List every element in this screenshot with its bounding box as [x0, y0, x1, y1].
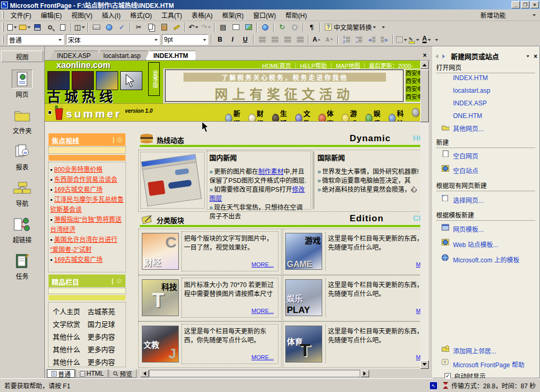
scrollbar-thumb[interactable] [420, 70, 429, 122]
align-center-button[interactable] [269, 34, 281, 45]
pane-menu-arrow-icon[interactable] [526, 55, 529, 59]
nav-tech[interactable]: 科技 [389, 108, 407, 122]
focus-link[interactable]: ▪ 东西部合作贸易洽谈会 [50, 175, 124, 185]
justify-button[interactable] [294, 34, 306, 45]
focus-link[interactable]: ▪ 169古城交易广场 [50, 255, 124, 265]
publish-button[interactable] [57, 22, 69, 33]
featured-link[interactable]: 其他什么 [53, 344, 88, 356]
view-navigation[interactable]: 导航 [0, 179, 44, 208]
more-link[interactable]: MORE... [252, 354, 274, 360]
bullet-list-button[interactable]: •• [353, 34, 365, 45]
scroll-down-button[interactable] [420, 360, 429, 369]
page-edit-canvas[interactable]: xaonline.com 夏季版 古城热线 HOME首页 ｜ HELP帮助 ｜ … [45, 61, 420, 369]
menu-view[interactable]: 视图(V) [66, 9, 97, 21]
more-link[interactable]: MORE... [416, 308, 420, 314]
view-page[interactable]: 网页 [0, 70, 44, 99]
pane-splitter[interactable] [430, 46, 432, 378]
stop-button[interactable]: × [289, 22, 301, 33]
highlight-button[interactable]: ✎ [408, 34, 420, 45]
insert-table-button[interactable] [230, 22, 242, 33]
tab-normal-view[interactable]: 普通 [47, 369, 75, 378]
tab-localstart-asp[interactable]: localstart.asp [95, 51, 149, 60]
focus-link[interactable]: ▪ 800业务特惠价格 [50, 165, 124, 175]
font-combo[interactable]: 宋体 [66, 34, 160, 45]
featured-link[interactable]: 文学欣赏 [53, 318, 88, 331]
menu-window[interactable]: 窗口(W) [248, 9, 281, 21]
hyperlink-button[interactable] [259, 22, 271, 33]
save-button[interactable] [32, 22, 43, 33]
menu-file[interactable]: 文件(F) [6, 9, 36, 21]
featured-link[interactable]: 国力足球 [88, 318, 115, 331]
featured-link[interactable]: 个人主页 [53, 306, 88, 318]
sports-tile[interactable]: 体育 T [285, 326, 322, 362]
paste-button[interactable] [158, 22, 170, 33]
horizontal-scrollbar[interactable] [149, 370, 360, 377]
view-hyperlinks[interactable]: 超链接 [0, 215, 44, 244]
toggle-pane-button[interactable]: ◫ [74, 22, 85, 33]
featured-link[interactable]: 其他什么 [53, 331, 88, 344]
refresh-button[interactable]: ↻ [276, 22, 288, 33]
nav-entertainment[interactable]: 娱乐 [365, 108, 384, 122]
chinese-convert-button[interactable]: ? 中文简繁转换 [323, 22, 378, 33]
finance-tile[interactable]: C 财经 [142, 233, 179, 270]
featured-link[interactable]: 古城茶苑 [88, 306, 115, 318]
entertainment-tile[interactable]: 娱乐 PLAY [285, 279, 322, 316]
nav-finance[interactable]: 财经 [248, 108, 267, 122]
menu-frames[interactable]: 框架(R) [217, 9, 248, 21]
toolbar-grip[interactable] [2, 23, 4, 31]
decrease-indent-button[interactable]: « [366, 34, 378, 45]
menu-tools[interactable]: 工具(T) [157, 9, 187, 21]
open-button[interactable] [19, 22, 31, 33]
restore-button[interactable]: ❐ [521, 1, 529, 8]
featured-link[interactable]: 更多内容 [88, 344, 115, 356]
open-file-link[interactable]: ONE.HTM [453, 112, 482, 120]
increase-indent-button[interactable]: » [379, 34, 390, 45]
new-page-button[interactable] [6, 22, 18, 33]
more-link[interactable]: MORE... [416, 354, 420, 360]
pane-close-icon[interactable]: × [534, 53, 537, 60]
toolbar-grip[interactable] [2, 35, 4, 44]
microsoft-templates-link[interactable]: Web 站点模板... [453, 240, 498, 249]
toolbar-options-arrow-icon[interactable] [533, 14, 536, 18]
pane-back-icon[interactable] [433, 54, 438, 58]
close-page-icon[interactable]: × [423, 52, 427, 59]
side-ads[interactable]: 西安电信西安电信西安电信西安电信 [406, 70, 420, 102]
material-link[interactable]: 制作素材 [258, 168, 284, 175]
news-photo[interactable] [141, 152, 204, 208]
featured-link[interactable]: 更多内容 [88, 356, 115, 367]
more-buttons-arrow-icon[interactable] [382, 26, 385, 30]
print-button[interactable] [91, 22, 102, 33]
more-link[interactable]: MORE... [416, 261, 420, 268]
games-tile[interactable]: 游戏 GAME [285, 233, 322, 270]
align-left-button[interactable] [256, 34, 268, 45]
tab-html-view[interactable]: <> HTML [75, 369, 108, 378]
increase-font-button[interactable]: A [311, 34, 323, 45]
insert-component-button[interactable]: ▤ [217, 22, 229, 33]
nav-sports[interactable]: 体育 [319, 108, 337, 122]
font-color-button[interactable]: A [421, 34, 432, 45]
menu-edit[interactable]: 编辑(E) [36, 9, 66, 21]
hscroll-right-button[interactable] [361, 370, 369, 377]
toolbar-grip[interactable] [2, 11, 4, 19]
menu-insert[interactable]: 插入(I) [97, 9, 125, 21]
choose-page-link[interactable]: 选择网页... [453, 195, 484, 204]
tab-preview-view[interactable]: 预览 [109, 369, 137, 378]
tab-index-htm[interactable]: INDEX.HTM [146, 51, 196, 60]
style-combo[interactable]: 普通 [7, 34, 64, 45]
underline-button[interactable]: U [239, 34, 251, 45]
spelling-button[interactable]: ✓ [116, 22, 128, 33]
menu-format[interactable]: 格式(O) [126, 9, 157, 21]
format-painter-button[interactable] [171, 22, 182, 33]
menu-help[interactable]: 帮助(H) [281, 9, 312, 21]
minimize-button[interactable]: _ [512, 1, 520, 8]
focus-link[interactable]: ▪ 港报指出“台独”势将葬送台湾经济 [50, 215, 124, 235]
open-other-pages-link[interactable]: 其他网页... [453, 124, 484, 133]
tech-tile[interactable]: 科技 T [142, 279, 179, 316]
undo-button[interactable]: ↶ [188, 22, 199, 33]
blank-page-link[interactable]: 空白网页 [453, 151, 478, 160]
hscroll-left-button[interactable] [140, 370, 149, 377]
view-tasks[interactable]: 任务 [0, 251, 44, 280]
blank-site-link[interactable]: 空白站点 [453, 166, 478, 175]
page-top-nav[interactable]: HOME首页 ｜ HELP帮助 ｜ MAP地图 ｜ 最后更新：2000- [163, 61, 420, 68]
copy-button[interactable] [146, 22, 157, 33]
